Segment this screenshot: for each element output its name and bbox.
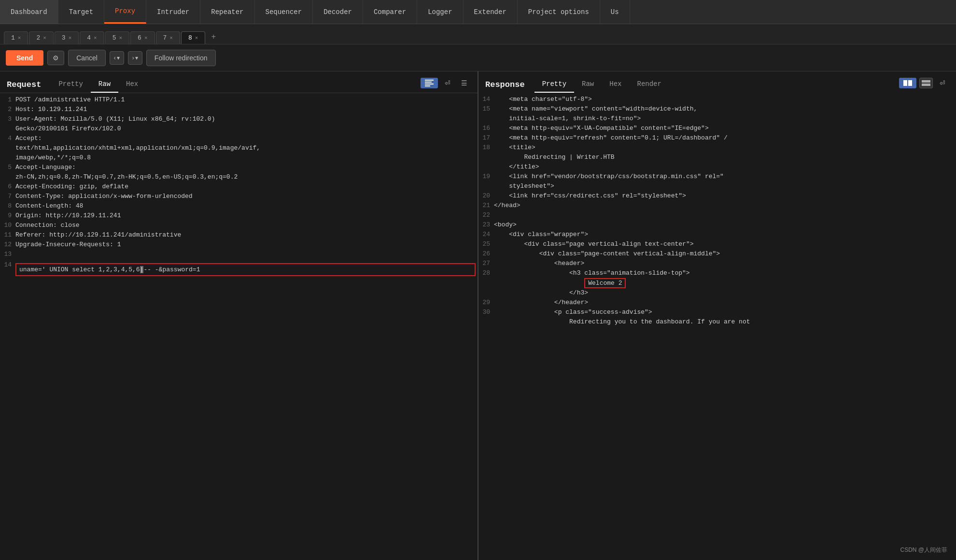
req-line-6: 6 Accept-Encoding: gzip, deflate: [0, 182, 478, 192]
request-tab-raw[interactable]: Raw: [91, 76, 118, 93]
nav-extender[interactable]: Extender: [464, 0, 518, 24]
send-button[interactable]: Send: [6, 50, 43, 66]
svg-rect-4: [903, 80, 907, 86]
req-line-4: 4 Accept:: [0, 134, 478, 143]
svg-rect-0: [425, 80, 434, 81]
toolbar: Send ⚙ Cancel ‹ ▾ › ▾ Follow redirection: [0, 44, 956, 71]
resp-line-16: 16 <meta http-equiv="X-UA-Compatible" co…: [478, 124, 956, 133]
response-layout-icon-1[interactable]: [899, 78, 916, 88]
svg-rect-1: [425, 82, 432, 83]
chevron-right-icon: ›: [132, 55, 134, 61]
nav-comparer[interactable]: Comparer: [363, 0, 417, 24]
req-line-3b: Gecko/20100101 Firefox/102.0: [0, 124, 478, 134]
sub-tab-3[interactable]: 3×: [55, 31, 79, 44]
resp-line-23: 23 <body>: [478, 220, 956, 230]
response-title: Response: [485, 80, 525, 89]
resp-line-30: 30 <p class="success-advise">: [478, 308, 956, 317]
req-line-7: 7 Content-Type: application/x-www-form-u…: [0, 192, 478, 201]
nav-intruder[interactable]: Intruder: [146, 0, 200, 24]
add-tab-button[interactable]: +: [206, 30, 221, 44]
resp-line-28c: </h3>: [478, 288, 956, 298]
resp-line-18b: Redirecting | Writer.HTB: [478, 153, 956, 162]
resp-line-19b: stylesheet">: [478, 182, 956, 191]
response-tab-pretty[interactable]: Pretty: [534, 76, 574, 93]
request-code-area[interactable]: 1 POST /administrative HTTP/1.1 2 Host: …: [0, 93, 478, 560]
req-line-3: 3 User-Agent: Mozilla/5.0 (X11; Linux x8…: [0, 114, 478, 124]
request-tab-pretty[interactable]: Pretty: [51, 76, 90, 93]
req-line-4c: image/webp,*/*;q=0.8: [0, 153, 478, 163]
nav-forward-button[interactable]: › ▾: [128, 51, 142, 65]
resp-line-22: 22: [478, 210, 956, 220]
dropdown-fwd-icon: ▾: [135, 55, 138, 61]
nav-repeater[interactable]: Repeater: [200, 0, 254, 24]
sub-tab-7[interactable]: 7×: [156, 31, 180, 44]
close-tab-1[interactable]: ×: [18, 35, 21, 41]
resp-line-15b: initial-scale=1, shrink-to-fit=no">: [478, 114, 956, 124]
nav-target[interactable]: Target: [58, 0, 104, 24]
resp-line-18: 18 <title>: [478, 143, 956, 153]
sub-tab-6[interactable]: 6×: [130, 31, 155, 44]
svg-rect-5: [908, 80, 912, 86]
main-panels: Request Pretty Raw Hex ⏎ ☰ 1 POST /admin…: [0, 71, 956, 560]
cancel-button[interactable]: Cancel: [68, 50, 106, 66]
resp-line-welcome: Welcome 2: [478, 278, 956, 288]
response-tab-render[interactable]: Render: [629, 76, 669, 93]
request-pretty-icon-btn[interactable]: [421, 78, 438, 88]
close-tab-8[interactable]: ×: [195, 35, 198, 41]
response-wrap-icon-btn[interactable]: ⏎: [936, 78, 949, 88]
request-panel: Request Pretty Raw Hex ⏎ ☰ 1 POST /admin…: [0, 71, 478, 560]
req-line-8: 8 Content-Length: 48: [0, 201, 478, 211]
req-line-13: 13: [0, 250, 478, 259]
response-tab-hex[interactable]: Hex: [602, 76, 629, 93]
nav-user[interactable]: Us: [600, 0, 630, 24]
resp-line-20: 20 <link href="css/redirect.css" rel="st…: [478, 191, 956, 201]
resp-line-14: 14 <meta charset="utf-8">: [478, 95, 956, 104]
sub-tab-8[interactable]: 8×: [181, 31, 205, 44]
close-tab-2[interactable]: ×: [43, 35, 46, 41]
nav-sequencer[interactable]: Sequencer: [255, 0, 313, 24]
request-tab-hex[interactable]: Hex: [118, 76, 146, 93]
close-tab-5[interactable]: ×: [119, 35, 123, 41]
nav-back-button[interactable]: ‹ ▾: [110, 51, 124, 65]
svg-rect-2: [425, 84, 434, 84]
close-tab-7[interactable]: ×: [169, 35, 173, 41]
top-nav: Dashboard Target Proxy Intruder Repeater…: [0, 0, 956, 24]
nav-logger[interactable]: Logger: [417, 0, 463, 24]
close-tab-6[interactable]: ×: [144, 35, 148, 41]
req-line-10: 10 Connection: close: [0, 221, 478, 230]
resp-line-24: 24 <div class="wrapper">: [478, 230, 956, 239]
response-tabs: Pretty Raw Hex Render: [534, 76, 669, 93]
settings-button[interactable]: ⚙: [47, 51, 64, 65]
response-tab-raw[interactable]: Raw: [574, 76, 602, 93]
resp-line-25: 25 <div class="page vertical-align text-…: [478, 239, 956, 249]
sub-tab-1[interactable]: 1×: [4, 31, 28, 44]
req-line-11: 11 Referer: http://10.129.11.241/adminis…: [0, 230, 478, 240]
dropdown-back-icon: ▾: [117, 55, 120, 61]
close-tab-4[interactable]: ×: [94, 35, 97, 41]
resp-line-19: 19 <link href="vendor/bootstrap/css/boot…: [478, 172, 956, 182]
req-line-5b: zh-CN,zh;q=0.8,zh-TW;q=0.7,zh-HK;q=0.5,e…: [0, 172, 478, 182]
follow-redirection-button[interactable]: Follow redirection: [146, 50, 216, 66]
resp-line-21: 21 </head>: [478, 201, 956, 210]
resp-line-30b: Redirecting you to the dashboard. If you…: [478, 317, 956, 327]
request-wrap-icon-btn[interactable]: ⏎: [441, 78, 454, 88]
svg-rect-7: [922, 84, 930, 86]
close-tab-3[interactable]: ×: [69, 35, 72, 41]
resp-line-28: 28 <h3 class="animation-slide-top">: [478, 268, 956, 278]
resp-line-26: 26 <div class="page-content vertical-ali…: [478, 249, 956, 259]
request-title: Request: [7, 80, 41, 89]
sub-tab-5[interactable]: 5×: [105, 31, 129, 44]
response-code-area[interactable]: 14 <meta charset="utf-8"> 15 <meta name=…: [478, 93, 956, 560]
nav-proxy[interactable]: Proxy: [104, 0, 146, 24]
req-line-12: 12 Upgrade-Insecure-Requests: 1: [0, 240, 478, 250]
request-panel-header: Request Pretty Raw Hex ⏎ ☰: [0, 71, 478, 93]
sub-tab-2[interactable]: 2×: [29, 31, 53, 44]
sub-tab-4[interactable]: 4×: [80, 31, 104, 44]
response-layout-icon-2[interactable]: [919, 78, 933, 88]
nav-project-options[interactable]: Project options: [518, 0, 600, 24]
req-line-4b: text/html,application/xhtml+xml,applicat…: [0, 143, 478, 153]
request-menu-icon-btn[interactable]: ☰: [457, 78, 471, 88]
resp-line-29: 29 </header>: [478, 298, 956, 308]
nav-decoder[interactable]: Decoder: [313, 0, 363, 24]
nav-dashboard[interactable]: Dashboard: [0, 0, 58, 24]
